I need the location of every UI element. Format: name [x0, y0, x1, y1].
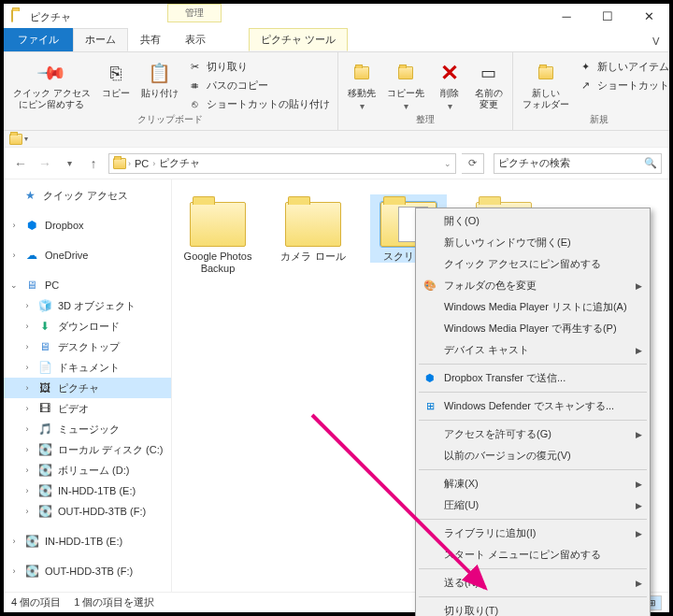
ribbon-group-new: 新しい フォルダー ✦新しいアイテム▾ ↗ショートカット▾ 新規	[513, 52, 673, 130]
nav-downloads[interactable]: ›⬇ダウンロード	[4, 316, 171, 337]
ctx-restore-previous[interactable]: 以前のバージョンの復元(V)	[418, 445, 648, 466]
nav-dropbox[interactable]: ›⬢Dropbox	[4, 215, 171, 236]
contextual-tab-label: 管理	[167, 4, 222, 22]
tab-picture-tools[interactable]: ピクチャ ツール	[249, 28, 348, 51]
quick-access-toolbar: ▾	[4, 131, 669, 148]
nav-videos[interactable]: ›🎞ビデオ	[4, 398, 171, 419]
breadcrumb-pc[interactable]: PC	[133, 158, 150, 169]
status-item-count: 4 個の項目	[11, 595, 61, 609]
chevron-right-icon: ▶	[636, 501, 642, 510]
nav-local-disk-c[interactable]: ›💽ローカル ディスク (C:)	[4, 439, 171, 460]
nav-pc[interactable]: ⌄🖥PC	[4, 275, 171, 295]
ctx-open-new-window[interactable]: 新しいウィンドウで開く(E)	[418, 232, 648, 253]
folder-icon	[113, 158, 126, 169]
rename-button[interactable]: ▭名前の 変更	[471, 58, 507, 112]
cut-button[interactable]: ✂切り取り	[186, 58, 332, 75]
recent-dropdown[interactable]: ▾	[60, 154, 79, 173]
new-folder-button[interactable]: 新しい フォルダー	[519, 58, 573, 112]
group-label-clipboard: クリップボード	[9, 111, 332, 128]
search-icon: 🔍	[644, 157, 657, 169]
copy-path-button[interactable]: ⩩パスのコピー	[186, 77, 332, 93]
easy-access-button[interactable]: ↗ショートカット▾	[577, 77, 673, 93]
back-button[interactable]: ←	[11, 154, 30, 173]
address-dropdown[interactable]: ⌄	[444, 159, 451, 168]
tab-share[interactable]: 共有	[128, 28, 173, 51]
address-bar[interactable]: › PC › ピクチャ ⌄	[108, 153, 456, 174]
ctx-unzip[interactable]: 解凍(X)▶	[418, 473, 648, 494]
ctx-pin-quick-access[interactable]: クイック アクセスにピン留めする	[418, 253, 648, 275]
nav-pictures[interactable]: ›🖼ピクチャ	[4, 378, 171, 398]
refresh-button[interactable]: ⟳	[462, 153, 484, 174]
ribbon-tabs: ファイル ホーム 共有 表示 ピクチャ ツール ᐯ	[4, 30, 669, 52]
folder-icon	[11, 10, 24, 23]
folder-camera-roll[interactable]: カメラ ロール	[275, 194, 351, 263]
titlebar: ピクチャ 管理 ─ ☐ ✕	[4, 4, 669, 30]
up-button[interactable]: ↑	[84, 154, 103, 173]
ctx-compress[interactable]: 圧縮(U)▶	[418, 494, 648, 516]
chevron-right-icon: ▶	[636, 480, 642, 489]
ctx-give-access[interactable]: アクセスを許可する(G)▶	[418, 423, 648, 445]
window-title: ピクチャ	[30, 10, 71, 24]
ctx-cast-device[interactable]: デバイス キャスト▶	[418, 339, 648, 361]
folder-google-photos[interactable]: Google Photos Backup	[179, 194, 256, 275]
nav-music[interactable]: ›🎵ミュージック	[4, 419, 171, 439]
move-to-button[interactable]: 移動先▾	[344, 58, 379, 114]
explorer-window: ピクチャ 管理 ─ ☐ ✕ ファイル ホーム 共有 表示 ピクチャ ツール ᐯ …	[2, 2, 671, 614]
nav-quick-access[interactable]: ★クイック アクセス	[4, 185, 171, 206]
ctx-include-library[interactable]: ライブラリに追加(I)▶	[418, 523, 648, 544]
nav-out-hdd-3tb-e[interactable]: ›💽OUT-HDD-3TB (F:)	[4, 501, 171, 522]
ctx-send-to[interactable]: 送る(N)▶	[418, 572, 648, 594]
qat-folder-icon	[9, 134, 22, 145]
navigation-pane: ★クイック アクセス ›⬢Dropbox ›☁OneDrive ⌄🖥PC ›🧊3…	[4, 179, 172, 592]
chevron-right-icon: ▶	[636, 579, 642, 588]
ctx-dropbox-transfer[interactable]: ⬢Dropbox Transfer で送信...	[418, 367, 648, 389]
palette-icon: 🎨	[422, 279, 437, 294]
ctx-change-folder-color[interactable]: 🎨フォルダの色を変更▶	[418, 275, 648, 296]
ctx-cut[interactable]: 切り取り(T)	[418, 600, 648, 616]
nav-in-hdd-1tb-e2[interactable]: ›💽IN-HDD-1TB (E:)	[4, 531, 171, 552]
paste-shortcut-button[interactable]: ⎋ショートカットの貼り付け	[186, 95, 332, 112]
ribbon-group-organize: 移動先▾ コピー先▾ ✕削除▾ ▭名前の 変更 整理	[338, 52, 513, 130]
nav-out-hdd-3tb-f[interactable]: ›💽OUT-HDD-3TB (F:)	[4, 561, 171, 581]
search-placeholder: ピクチャの検索	[498, 156, 570, 170]
chevron-right-icon: ▶	[636, 430, 642, 439]
navigation-bar: ← → ▾ ↑ › PC › ピクチャ ⌄ ⟳ ピクチャの検索 🔍	[4, 148, 669, 179]
ribbon-group-clipboard: 📌クイック アクセス にピン留めする ⎘コピー 📋貼り付け ✂切り取り ⩩パスの…	[4, 52, 338, 130]
chevron-right-icon: ▶	[636, 346, 642, 355]
status-selected-count: 1 個の項目を選択	[74, 595, 154, 609]
dropbox-icon: ⬢	[422, 371, 437, 386]
ctx-wmp-play[interactable]: Windows Media Player で再生する(P)	[418, 318, 648, 339]
nav-documents[interactable]: ›📄ドキュメント	[4, 357, 171, 378]
nav-onedrive[interactable]: ›☁OneDrive	[4, 245, 171, 265]
copy-to-button[interactable]: コピー先▾	[383, 58, 428, 114]
ctx-pin-start[interactable]: スタート メニューにピン留めする	[418, 544, 648, 566]
nav-3d-objects[interactable]: ›🧊3D オブジェクト	[4, 295, 171, 316]
chevron-right-icon: ▶	[636, 529, 642, 538]
group-label-organize: 整理	[344, 111, 507, 128]
copy-button[interactable]: ⎘コピー	[98, 58, 134, 101]
nav-volume-d[interactable]: ›💽ボリューム (D:)	[4, 460, 171, 480]
minimize-button[interactable]: ─	[546, 4, 587, 30]
maximize-button[interactable]: ☐	[587, 4, 628, 30]
delete-button[interactable]: ✕削除▾	[432, 58, 467, 114]
ribbon: 📌クイック アクセス にピン留めする ⎘コピー 📋貼り付け ✂切り取り ⩩パスの…	[4, 52, 669, 131]
ctx-defender-scan[interactable]: ⊞Windows Defender でスキャンする...	[418, 395, 648, 417]
ctx-open[interactable]: 開く(O)	[418, 210, 648, 232]
chevron-right-icon: ▶	[636, 281, 642, 291]
paste-button[interactable]: 📋貼り付け	[137, 58, 182, 101]
tab-file[interactable]: ファイル	[4, 28, 73, 51]
ribbon-toggle-icon[interactable]: ᐯ	[643, 32, 669, 51]
qat-dropdown[interactable]: ▾	[24, 135, 28, 143]
group-label-new: 新規	[519, 111, 673, 128]
close-button[interactable]: ✕	[628, 4, 669, 30]
new-item-button[interactable]: ✦新しいアイテム▾	[577, 58, 673, 75]
tab-view[interactable]: 表示	[173, 28, 218, 51]
nav-desktop[interactable]: ›🖥デスクトップ	[4, 337, 171, 357]
ctx-wmp-add-list[interactable]: Windows Media Player リストに追加(A)	[418, 296, 648, 318]
search-box[interactable]: ピクチャの検索 🔍	[494, 153, 662, 174]
pin-quick-access-button[interactable]: 📌クイック アクセス にピン留めする	[9, 58, 94, 112]
tab-home[interactable]: ホーム	[73, 28, 128, 51]
forward-button[interactable]: →	[36, 154, 54, 173]
nav-in-hdd-1tb-e[interactable]: ›💽IN-HDD-1TB (E:)	[4, 480, 171, 501]
breadcrumb-pictures[interactable]: ピクチャ	[157, 156, 202, 170]
